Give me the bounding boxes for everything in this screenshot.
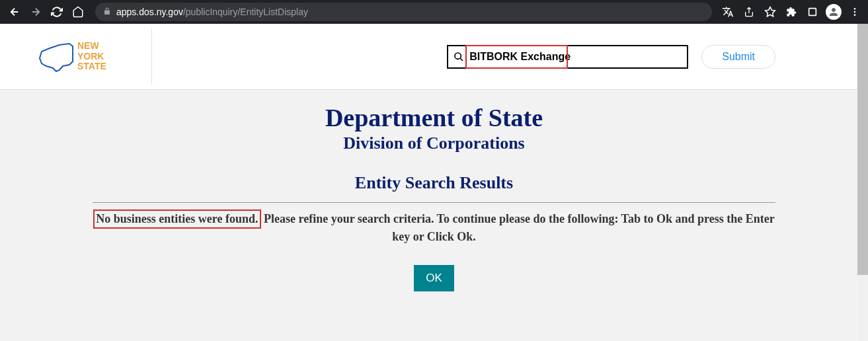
logo-text: NEW YORK STATE bbox=[77, 41, 106, 71]
profile-avatar[interactable] bbox=[826, 4, 842, 20]
home-button[interactable] bbox=[69, 3, 87, 21]
site-header: NEW YORK STATE Submit bbox=[0, 24, 868, 90]
lock-icon bbox=[103, 7, 111, 17]
scrollbar-thumb[interactable] bbox=[857, 24, 868, 275]
translate-icon[interactable] bbox=[720, 4, 736, 20]
refine-text: Please refine your search criteria. To c… bbox=[261, 212, 775, 243]
search-container bbox=[447, 45, 688, 69]
result-message: No business entities were found. Please … bbox=[93, 209, 775, 245]
scrollbar[interactable] bbox=[857, 24, 868, 341]
svg-point-4 bbox=[455, 53, 461, 59]
tab-icon[interactable] bbox=[805, 4, 820, 20]
state-outline-icon bbox=[36, 38, 76, 75]
chrome-actions bbox=[720, 4, 863, 20]
share-icon[interactable] bbox=[741, 4, 757, 20]
svg-rect-0 bbox=[809, 9, 816, 16]
forward-button[interactable] bbox=[26, 3, 45, 21]
logo-container: NEW YORK STATE bbox=[36, 29, 152, 84]
section-title: Entity Search Results bbox=[13, 173, 855, 193]
svg-point-3 bbox=[854, 14, 856, 16]
main-content: Department of State Division of Corporat… bbox=[0, 90, 868, 341]
svg-point-1 bbox=[854, 8, 856, 10]
svg-point-2 bbox=[854, 11, 856, 13]
browser-toolbar: apps.dos.ny.gov/publicInquiry/EntityList… bbox=[0, 0, 868, 24]
address-bar[interactable]: apps.dos.ny.gov/publicInquiry/EntityList… bbox=[95, 3, 712, 21]
result-divider: No business entities were found. Please … bbox=[93, 202, 775, 245]
reload-button[interactable] bbox=[48, 3, 66, 21]
back-button[interactable] bbox=[5, 3, 24, 21]
submit-button[interactable]: Submit bbox=[701, 45, 775, 69]
highlight-annotation bbox=[465, 45, 568, 69]
no-results-highlight: No business entities were found. bbox=[93, 209, 260, 229]
ok-button[interactable]: OK bbox=[414, 265, 454, 291]
menu-icon[interactable] bbox=[847, 4, 863, 20]
bookmark-icon[interactable] bbox=[762, 4, 778, 20]
nys-logo[interactable]: NEW YORK STATE bbox=[36, 38, 106, 75]
url-text: apps.dos.ny.gov/publicInquiry/EntityList… bbox=[116, 6, 308, 18]
search-icon bbox=[454, 52, 464, 62]
extensions-icon[interactable] bbox=[783, 4, 799, 20]
page-title: Department of State bbox=[13, 103, 855, 132]
header-right: Submit bbox=[152, 45, 855, 69]
page-subtitle: Division of Corporations bbox=[13, 133, 855, 153]
